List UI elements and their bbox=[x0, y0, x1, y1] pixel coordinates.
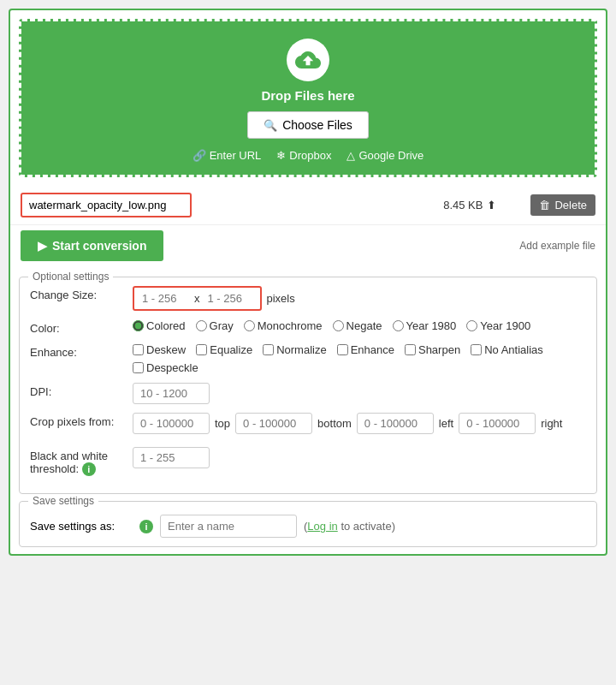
bw-threshold-input[interactable] bbox=[133, 447, 210, 468]
pixels-label: pixels bbox=[267, 292, 295, 305]
color-year1900[interactable]: Year 1900 bbox=[466, 319, 530, 332]
color-colored[interactable]: Colored bbox=[133, 319, 186, 332]
bw-info-icon[interactable]: i bbox=[82, 462, 96, 476]
start-conversion-button[interactable]: ▶ Start conversion bbox=[21, 230, 163, 261]
crop-top-bottom-row: top bottom bbox=[133, 413, 352, 434]
crop-top-label: top bbox=[215, 417, 230, 430]
color-label: Color: bbox=[30, 319, 124, 335]
crop-right-input[interactable] bbox=[459, 413, 536, 434]
bw-label: Black and white threshold: i bbox=[30, 447, 124, 476]
change-size-value: x pixels bbox=[133, 286, 586, 311]
bw-value bbox=[133, 447, 586, 468]
file-row: 8.45 KB ⬆ 🗑 Delete bbox=[10, 186, 606, 225]
trash-icon: 🗑 bbox=[539, 199, 550, 211]
color-value: Colored Gray Monochrome Negate Year bbox=[133, 319, 586, 332]
file-size: 8.45 KB ⬆ bbox=[443, 199, 496, 211]
upload-icon bbox=[287, 39, 329, 81]
enhance-row: Enhance: Deskew Equalize Normalize bbox=[30, 343, 586, 374]
crop-bottom-input[interactable] bbox=[235, 413, 312, 434]
enhance-normalize[interactable]: Normalize bbox=[263, 343, 327, 356]
save-note: (Log in to activate) bbox=[304, 520, 395, 533]
dpi-value bbox=[133, 383, 586, 404]
main-container: Drop Files here 🔍 Choose Files 🔗 Enter U… bbox=[9, 9, 607, 556]
size-input-group: x bbox=[133, 286, 262, 311]
size-width-input[interactable] bbox=[139, 289, 190, 307]
enhance-enhance[interactable]: Enhance bbox=[337, 343, 394, 356]
dpi-row: DPI: bbox=[30, 383, 586, 404]
enhance-check-group: Deskew Equalize Normalize Enhance Sh bbox=[133, 343, 586, 374]
enter-url-link[interactable]: 🔗 Enter URL bbox=[192, 149, 262, 162]
login-link[interactable]: Log in bbox=[307, 520, 337, 533]
color-radio-group: Colored Gray Monochrome Negate Year bbox=[133, 319, 530, 332]
crop-value: top bottom left right bbox=[133, 413, 586, 438]
delete-button[interactable]: 🗑 Delete bbox=[530, 194, 595, 216]
crop-left-label: left bbox=[439, 417, 453, 430]
crop-top-input[interactable] bbox=[133, 413, 210, 434]
enhance-no-antialias[interactable]: No Antialias bbox=[471, 343, 543, 356]
dropbox-link[interactable]: ❄ Dropbox bbox=[276, 149, 331, 162]
drop-zone[interactable]: Drop Files here 🔍 Choose Files 🔗 Enter U… bbox=[19, 19, 597, 177]
dpi-input[interactable] bbox=[133, 383, 210, 404]
enhance-deskew[interactable]: Deskew bbox=[133, 343, 186, 356]
save-settings-section: Save settings Save settings as: i (Log i… bbox=[19, 501, 597, 547]
enhance-label: Enhance: bbox=[30, 343, 124, 359]
size-height-input[interactable] bbox=[204, 289, 256, 307]
choose-files-button[interactable]: 🔍 Choose Files bbox=[247, 111, 369, 139]
crop-left-right-row: left right bbox=[357, 413, 563, 434]
size-x-separator: x bbox=[194, 292, 200, 305]
save-settings-row: Save settings as: i (Log in to activate) bbox=[20, 515, 596, 538]
crop-label: Crop pixels from: bbox=[30, 413, 124, 428]
save-name-input[interactable] bbox=[160, 515, 297, 538]
file-name-input[interactable] bbox=[21, 193, 192, 217]
dpi-label: DPI: bbox=[30, 383, 124, 398]
color-monochrome[interactable]: Monochrome bbox=[244, 319, 323, 332]
change-size-label: Change Size: bbox=[30, 286, 124, 301]
upload-small-icon: ⬆ bbox=[487, 199, 496, 211]
enhance-despeckle[interactable]: Despeckle bbox=[133, 361, 198, 374]
color-year1980[interactable]: Year 1980 bbox=[393, 319, 457, 332]
save-label: Save settings as: bbox=[30, 520, 133, 533]
color-gray[interactable]: Gray bbox=[196, 319, 234, 332]
optional-settings-section: Optional settings Change Size: x pixels … bbox=[19, 277, 597, 494]
enhance-value: Deskew Equalize Normalize Enhance Sh bbox=[133, 343, 586, 374]
gdrive-link[interactable]: △ Google Drive bbox=[346, 149, 424, 162]
enhance-equalize[interactable]: Equalize bbox=[196, 343, 252, 356]
drop-text: Drop Files here bbox=[261, 88, 354, 103]
dropbox-icon: ❄ bbox=[276, 149, 286, 162]
play-icon: ▶ bbox=[38, 239, 47, 253]
add-example-link[interactable]: Add example file bbox=[519, 240, 595, 252]
crop-right-label: right bbox=[541, 417, 562, 430]
optional-settings-content: Change Size: x pixels Color: Color bbox=[20, 286, 596, 476]
color-row: Color: Colored Gray Monochrome bbox=[30, 319, 586, 335]
search-icon: 🔍 bbox=[264, 119, 277, 132]
enhance-sharpen[interactable]: Sharpen bbox=[405, 343, 460, 356]
bw-threshold-row: Black and white threshold: i bbox=[30, 447, 586, 476]
optional-settings-title: Optional settings bbox=[28, 271, 113, 283]
crop-bottom-label: bottom bbox=[317, 417, 352, 430]
crop-row: Crop pixels from: top bottom left right bbox=[30, 413, 586, 438]
save-settings-title: Save settings bbox=[28, 495, 98, 507]
color-negate[interactable]: Negate bbox=[333, 319, 382, 332]
link-icon: 🔗 bbox=[192, 149, 206, 162]
save-info-icon[interactable]: i bbox=[139, 520, 153, 533]
change-size-row: Change Size: x pixels bbox=[30, 286, 586, 311]
action-row: ▶ Start conversion Add example file bbox=[10, 225, 606, 270]
drop-links: 🔗 Enter URL ❄ Dropbox △ Google Drive bbox=[192, 149, 424, 162]
crop-left-input[interactable] bbox=[357, 413, 434, 434]
gdrive-icon: △ bbox=[346, 149, 355, 162]
